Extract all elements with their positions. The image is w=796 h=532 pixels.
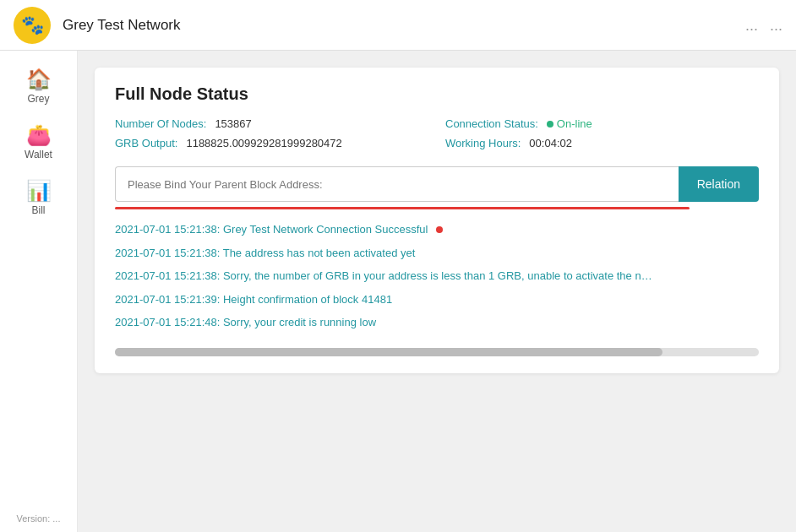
sidebar: 🏠 Grey 👛 Wallet 📊 Bill Version: ... xyxy=(0,51,78,532)
log-text-1: 2021-07-01 15:21:38: The address has not… xyxy=(115,245,415,262)
sidebar-label-wallet: Wallet xyxy=(25,149,52,160)
log-item-4: 2021-07-01 15:21:48: Sorry, your credit … xyxy=(115,314,759,331)
log-item-3: 2021-07-01 15:21:39: Height confirmation… xyxy=(115,291,759,308)
grb-value: 1188825.009929281999280472 xyxy=(186,137,341,149)
nodes-label: Number Of Nodes: xyxy=(115,117,206,130)
log-item-2: 2021-07-01 15:21:38: Sorry, the number o… xyxy=(115,268,759,285)
dots-left[interactable]: ... xyxy=(745,16,758,34)
bind-address-row: Relation xyxy=(115,166,759,202)
app-title: Grey Test Network xyxy=(63,17,181,34)
app-logo: 🐾 xyxy=(14,7,51,44)
scrollbar-area[interactable] xyxy=(115,348,759,356)
bill-icon: 📊 xyxy=(26,181,52,201)
connection-value: On-line xyxy=(547,117,592,130)
online-dot xyxy=(547,121,553,128)
sidebar-label-grey: Grey xyxy=(27,93,49,105)
log-item-1: 2021-07-01 15:21:38: The address has not… xyxy=(115,245,759,262)
main-content: Full Node Status Number Of Nodes: 153867… xyxy=(78,51,796,532)
connection-label: Connection Status: xyxy=(445,117,538,130)
log-text-2: 2021-07-01 15:21:38: Sorry, the number o… xyxy=(115,268,652,285)
sidebar-item-grey[interactable]: 🏠 Grey xyxy=(0,59,77,115)
main-body: 🏠 Grey 👛 Wallet 📊 Bill Version: ... Full… xyxy=(0,51,796,532)
grb-label: GRB Output: xyxy=(115,137,177,149)
log-dot-0 xyxy=(436,226,443,233)
status-row-connection: Connection Status: On-line xyxy=(445,117,759,130)
app-header: 🐾 Grey Test Network ... ... xyxy=(0,0,796,51)
parent-block-address-input[interactable] xyxy=(115,166,679,202)
scrollbar-thumb[interactable] xyxy=(115,348,662,356)
status-row-nodes: Number Of Nodes: 153867 xyxy=(115,117,428,130)
log-list: 2021-07-01 15:21:38: Grey Test Network C… xyxy=(115,221,759,331)
full-node-card: Full Node Status Number Of Nodes: 153867… xyxy=(95,68,779,373)
sidebar-item-wallet[interactable]: 👛 Wallet xyxy=(0,115,77,171)
log-text-0: 2021-07-01 15:21:38: Grey Test Network C… xyxy=(115,221,428,238)
sidebar-item-bill[interactable]: 📊 Bill xyxy=(0,171,77,226)
status-grid: Number Of Nodes: 153867 Connection Statu… xyxy=(115,117,759,149)
hours-value: 00:04:02 xyxy=(529,137,572,149)
home-icon: 🏠 xyxy=(26,69,52,90)
logo-icon: 🐾 xyxy=(21,14,44,36)
relation-button[interactable]: Relation xyxy=(679,166,759,202)
status-row-grb: GRB Output: 1188825.009929281999280472 xyxy=(115,137,428,149)
version-label: Version: ... xyxy=(17,505,61,532)
status-row-hours: Working Hours: 00:04:02 xyxy=(445,137,759,149)
hours-label: Working Hours: xyxy=(445,137,521,149)
log-text-3: 2021-07-01 15:21:39: Height confirmation… xyxy=(115,291,392,308)
red-underline xyxy=(115,207,690,209)
log-item-0: 2021-07-01 15:21:38: Grey Test Network C… xyxy=(115,221,759,238)
nodes-value: 153867 xyxy=(215,117,251,130)
log-text-4: 2021-07-01 15:21:48: Sorry, your credit … xyxy=(115,314,376,331)
online-text: On-line xyxy=(557,117,592,130)
wallet-icon: 👛 xyxy=(26,125,52,145)
card-title: Full Node Status xyxy=(115,84,759,104)
header-menu-dots[interactable]: ... ... xyxy=(745,16,782,34)
dots-right[interactable]: ... xyxy=(770,16,782,34)
sidebar-label-bill: Bill xyxy=(31,204,45,216)
